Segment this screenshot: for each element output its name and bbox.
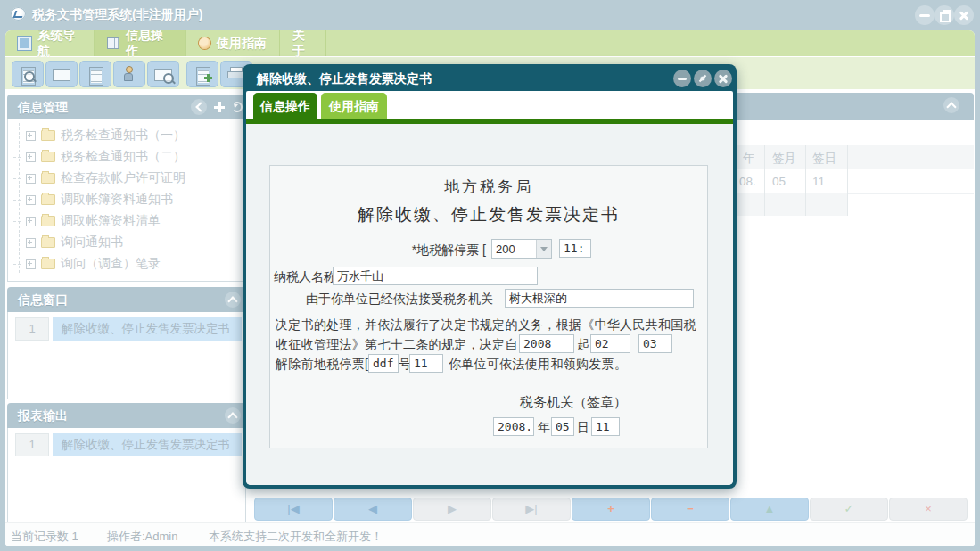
help-guide-icon bbox=[199, 37, 210, 49]
add-record-button[interactable]: + bbox=[572, 498, 650, 521]
modal-close-icon[interactable] bbox=[714, 70, 732, 87]
window-title: 税务文书管理系统(非注册用户) bbox=[32, 7, 202, 23]
folder-icon bbox=[41, 216, 55, 226]
accept-label: 由于你单位已经依法接受税务机关 bbox=[306, 292, 493, 308]
delete-record-button[interactable]: − bbox=[651, 498, 729, 521]
tree-expand-icon[interactable] bbox=[26, 131, 36, 141]
collapse-left-icon[interactable] bbox=[191, 99, 207, 115]
tree-item[interactable]: 询问通知书 bbox=[13, 232, 123, 253]
toolbar-button-doc-add[interactable] bbox=[186, 61, 218, 87]
edit-record-button[interactable]: ▲ bbox=[730, 498, 809, 521]
confirm-button[interactable]: ✓ bbox=[810, 498, 888, 521]
table-cell: 05 bbox=[772, 175, 786, 188]
toolbar-button-form[interactable] bbox=[45, 61, 78, 87]
close-icon[interactable] bbox=[954, 5, 974, 25]
status-note: 本系统支持二次开发和全新开发！ bbox=[209, 529, 383, 545]
tab-info-ops[interactable]: 信息操作 bbox=[253, 93, 317, 119]
next-icon: ▶ bbox=[448, 502, 457, 515]
release-code-input[interactable] bbox=[368, 354, 399, 373]
taxpayer-label: 纳税人名称 bbox=[274, 269, 336, 285]
toolbar-button-user[interactable] bbox=[113, 61, 145, 87]
sign-year-input[interactable] bbox=[493, 417, 534, 436]
tab-guide[interactable]: 使用指南 bbox=[321, 93, 387, 119]
menu-bar: 系统导航 信息操作 使用指南 关于 bbox=[5, 30, 975, 57]
tab-label: 使用指南 bbox=[329, 99, 379, 113]
modal-resize-icon[interactable] bbox=[694, 70, 712, 87]
menu-label: 信息操作 bbox=[126, 30, 173, 60]
taxpayer-input[interactable] bbox=[333, 267, 538, 285]
tree-expand-icon[interactable] bbox=[26, 259, 36, 269]
folder-icon bbox=[41, 237, 55, 248]
folder-icon bbox=[41, 194, 55, 205]
folder-icon bbox=[41, 152, 55, 162]
refresh-icon[interactable] bbox=[232, 102, 243, 112]
modal-content: 地方税务局 解除收缴、停止发售发票决定书 *地税解停票 [ 200 纳税人名称 … bbox=[246, 124, 733, 485]
tree-item[interactable]: 税务检查通知书（二） bbox=[13, 146, 185, 168]
sign-day-input[interactable] bbox=[591, 417, 620, 436]
stop-number-input[interactable] bbox=[559, 239, 591, 258]
release-number-input[interactable] bbox=[409, 354, 443, 373]
form-window-icon bbox=[53, 69, 70, 81]
collapse-up-icon[interactable] bbox=[225, 292, 241, 308]
tree-expand-icon[interactable] bbox=[26, 217, 36, 226]
body-text-line1: 决定书的处理，并依法履行了决定书规定的义务，根据《中华人民共和国税 bbox=[276, 317, 696, 333]
column-divider bbox=[805, 145, 806, 216]
table-cell: 11 bbox=[812, 175, 825, 188]
form-agency-title: 地方税务局 bbox=[270, 177, 707, 197]
row-label: 解除收缴、停止发售发票决定书 bbox=[53, 317, 242, 341]
folder-icon bbox=[41, 130, 55, 141]
menu-item-system-nav[interactable]: 系统导航 bbox=[5, 30, 95, 56]
chevron-down-icon[interactable] bbox=[536, 240, 551, 258]
menu-item-about[interactable]: 关于 bbox=[280, 30, 326, 56]
decide-year-input[interactable] bbox=[519, 334, 574, 353]
toolbar-button-preview[interactable] bbox=[12, 61, 44, 87]
user-icon bbox=[124, 66, 133, 81]
tree-item[interactable]: 税务检查通知书（一） bbox=[13, 125, 185, 146]
signature-label: 税务机关（签章） bbox=[520, 394, 627, 411]
magnifier-icon bbox=[163, 73, 174, 84]
app-icon bbox=[11, 7, 26, 21]
tree-expand-icon[interactable] bbox=[26, 238, 36, 248]
panel-title: 信息窗口 bbox=[18, 292, 68, 307]
app-titlebar: 税务文书管理系统(非注册用户) bbox=[0, 0, 980, 30]
nav-next-button[interactable]: ▶ bbox=[413, 498, 491, 521]
plus-icon bbox=[204, 74, 212, 82]
tree-expand-icon[interactable] bbox=[26, 195, 36, 205]
tree-expand-icon[interactable] bbox=[26, 174, 36, 184]
nav-first-button[interactable]: |◀ bbox=[254, 498, 333, 521]
row-label: 解除收缴、停止发售发票决定书 bbox=[53, 433, 242, 456]
tree-item[interactable]: 询问（调查）笔录 bbox=[13, 253, 161, 275]
stop-year-select[interactable]: 200 bbox=[491, 239, 552, 259]
nav-last-button[interactable]: ▶| bbox=[492, 498, 571, 521]
body-text-line2: 收征收管理法》第七十二条的规定，决定自 bbox=[276, 337, 518, 353]
sign-month-input[interactable] bbox=[551, 417, 574, 436]
toolbar-button-screen-search[interactable] bbox=[147, 61, 179, 87]
add-icon[interactable] bbox=[214, 102, 225, 112]
row-index: 1 bbox=[15, 317, 49, 341]
restore-icon[interactable] bbox=[935, 5, 954, 25]
cancel-button[interactable]: × bbox=[889, 498, 968, 521]
decide-day-input[interactable] bbox=[638, 334, 672, 353]
minimize-icon[interactable] bbox=[915, 5, 935, 25]
tree-item[interactable]: 调取帐簿资料通知书 bbox=[13, 189, 173, 210]
tree-item[interactable]: 检查存款帐户许可证明 bbox=[13, 168, 185, 189]
collapse-up-icon[interactable] bbox=[225, 407, 241, 424]
folder-icon bbox=[41, 173, 55, 184]
nav-prev-button[interactable]: ◀ bbox=[334, 498, 412, 521]
tree-item[interactable]: 调取帐簿资料清单 bbox=[13, 210, 161, 232]
accept-authority-input[interactable] bbox=[505, 289, 694, 308]
printer-icon bbox=[227, 67, 243, 80]
menu-item-guide[interactable]: 使用指南 bbox=[186, 30, 280, 56]
form-doc-title: 解除收缴、停止发售发票决定书 bbox=[270, 203, 707, 226]
modal-minimize-icon[interactable] bbox=[673, 70, 691, 87]
menu-label: 关于 bbox=[292, 30, 313, 60]
check-icon: ✓ bbox=[844, 502, 854, 515]
report-output-list: 1 解除收缴、停止发售发票决定书 bbox=[7, 428, 246, 524]
minus-icon: − bbox=[687, 502, 694, 515]
column-header: 签月 bbox=[772, 151, 796, 167]
toolbar-button-document[interactable] bbox=[79, 61, 111, 87]
tree-expand-icon[interactable] bbox=[26, 152, 36, 162]
decide-month-input[interactable] bbox=[590, 334, 630, 353]
menu-item-info-ops[interactable]: 信息操作 bbox=[95, 30, 186, 56]
collapse-up-icon[interactable] bbox=[943, 97, 959, 113]
